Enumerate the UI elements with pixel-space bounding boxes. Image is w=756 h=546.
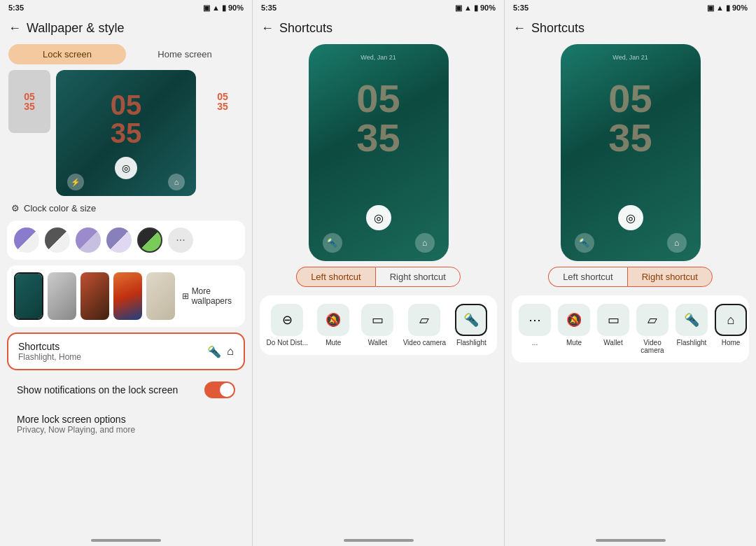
option-flashlight-2[interactable]: 🔦 Flashlight	[452, 304, 490, 346]
option-wallet-2[interactable]: ▭ Wallet	[358, 304, 396, 346]
preview-main-lockscreen: 0535 ◎ ⚡ ⌂	[56, 70, 196, 196]
battery-pct-2: 90%	[480, 4, 496, 12]
phone-left-shortcut-2: 🔦	[323, 233, 342, 253]
battery-icon-3: ▮	[726, 4, 730, 13]
wallpaper-thumb-4[interactable]	[113, 272, 142, 320]
preview-bg: 0535 ◎ ⚡ ⌂	[56, 70, 196, 196]
color-option-2[interactable]	[45, 227, 70, 253]
back-button-2[interactable]: ←	[261, 21, 274, 36]
more-options-title: More lock screen options	[17, 414, 235, 425]
wallpaper-thumb-3[interactable]	[80, 272, 109, 320]
phone-wifi-3: ◎	[618, 205, 643, 230]
more-wallpapers-label: More wallpapers	[192, 286, 238, 306]
notifications-row: Show notifications on the lock screen	[7, 373, 245, 407]
wallpaper-preview-area: 05 35 0535 ◎ ⚡ ⌂ 05 35	[0, 70, 252, 196]
option-do-not-dist[interactable]: ⊖ Do Not Dist...	[267, 304, 308, 346]
tab-right-shortcut-2[interactable]: Right shortcut	[375, 267, 461, 287]
small-clock-right-bot: 35	[217, 102, 228, 111]
header-3: ← Shortcuts	[505, 15, 756, 41]
option-mute-3[interactable]: 🔕 Mute	[555, 304, 593, 354]
tab-home-screen[interactable]: Home screen	[126, 44, 244, 64]
color-palette-row: ···	[7, 220, 245, 260]
notifications-toggle[interactable]	[204, 382, 235, 398]
label-mute-3: Mute	[566, 339, 582, 346]
option-video-camera-3[interactable]: ▱ Video camera	[634, 304, 671, 354]
clock-color-size-row[interactable]: ⚙ Clock color & size	[0, 199, 252, 218]
phone-preview-container-3: Wed, Jan 21 0535 ◎ 🔦 ⌂	[505, 41, 756, 261]
icon-mute-2: 🔕	[317, 304, 349, 336]
more-lock-options-row[interactable]: More lock screen options Privacy, Now Pl…	[7, 407, 245, 442]
bottom-nav-bar-1	[91, 539, 161, 542]
page-title-1: Wallpaper & style	[27, 21, 124, 36]
wifi-icon: ▲	[212, 4, 220, 12]
back-button-1[interactable]: ←	[8, 21, 21, 36]
color-more-button[interactable]: ···	[168, 227, 193, 253]
shortcut-tab-row-2: Left shortcut Right shortcut	[253, 261, 504, 293]
bottom-nav-bar-3	[596, 539, 666, 542]
option-wallet-3[interactable]: ▭ Wallet	[594, 304, 632, 354]
small-clock-top: 05	[24, 92, 35, 102]
label-flashlight-3: Flashlight	[677, 339, 707, 346]
signal-icon-3: ▣	[707, 4, 714, 13]
tab-left-shortcut-2[interactable]: Left shortcut	[296, 267, 375, 287]
status-time-2: 5:35	[261, 4, 276, 12]
wifi-icon-3: ▲	[716, 4, 724, 12]
panel-shortcuts-right: 5:35 ▣ ▲ ▮ 90% ← Shortcuts Wed, Jan 21 0…	[505, 0, 756, 546]
option-flashlight-3[interactable]: 🔦 Flashlight	[673, 304, 710, 354]
icon-video-camera-2: ▱	[408, 304, 440, 336]
phone-left-shortcut-3: 🔦	[575, 233, 594, 253]
wallpaper-thumb-2[interactable]	[48, 272, 76, 320]
more-wallpapers-button[interactable]: ⊞ More wallpapers	[182, 286, 238, 306]
color-option-3[interactable]	[76, 227, 101, 253]
shortcuts-text: Shortcuts Flashlight, Home	[18, 341, 81, 362]
icon-do-not-dist: ⊖	[271, 304, 303, 336]
option-ellipsis-3[interactable]: ⋯ ...	[516, 304, 554, 354]
status-right-2: ▣ ▲ ▮ 90%	[455, 4, 496, 13]
shortcuts-row[interactable]: Shortcuts Flashlight, Home 🔦 ⌂	[7, 332, 245, 370]
icon-flashlight-2: 🔦	[455, 304, 487, 336]
flashlight-icon: 🔦	[207, 345, 221, 358]
icon-mute-3: 🔕	[558, 304, 590, 336]
phone-preview-container-2: Wed, Jan 21 0535 ◎ 🔦 ⌂	[253, 41, 504, 261]
back-button-3[interactable]: ←	[513, 21, 526, 36]
wallpaper-thumb-5[interactable]	[146, 272, 175, 320]
preview-shortcut-right: ⌂	[168, 174, 185, 190]
option-mute-2[interactable]: 🔕 Mute	[314, 304, 352, 346]
wallpaper-thumbnails-row: ⊞ More wallpapers	[7, 265, 245, 327]
color-option-1[interactable]	[14, 227, 39, 253]
color-option-4[interactable]	[106, 227, 132, 253]
icon-flashlight-3: 🔦	[676, 304, 708, 336]
shortcuts-icon-group: 🔦 ⌂	[207, 345, 234, 358]
tab-lock-screen[interactable]: Lock screen	[8, 44, 126, 64]
phone-bg-2: Wed, Jan 21 0535 ◎ 🔦 ⌂	[309, 44, 449, 261]
option-video-camera-2[interactable]: ▱ Video camera	[403, 304, 447, 346]
page-title-2: Shortcuts	[279, 21, 332, 36]
tab-left-shortcut-3[interactable]: Left shortcut	[548, 267, 627, 287]
phone-date-2: Wed, Jan 21	[360, 54, 396, 61]
option-home-3[interactable]: ⌂ Home	[712, 304, 749, 354]
wifi-icon-2: ▲	[464, 4, 472, 12]
icon-ellipsis-3: ⋯	[519, 304, 551, 336]
color-option-5-selected[interactable]	[137, 227, 162, 253]
phone-clock-3: 0535	[561, 79, 701, 158]
shortcuts-subtitle: Flashlight, Home	[18, 352, 81, 362]
label-home-3: Home	[722, 339, 741, 346]
clock-color-size-label: Clock color & size	[24, 203, 96, 214]
battery-icon-2: ▮	[474, 4, 478, 13]
status-bar-3: 5:35 ▣ ▲ ▮ 90%	[505, 0, 756, 15]
header-1: ← Wallpaper & style	[0, 15, 252, 41]
icon-wallet-2: ▭	[361, 304, 393, 336]
icon-video-camera-3: ▱	[636, 304, 668, 336]
preview-wifi-icon: ◎	[115, 157, 137, 179]
label-wallet-2: Wallet	[368, 339, 387, 346]
signal-icon-2: ▣	[455, 4, 462, 13]
small-clock-bot: 35	[24, 102, 35, 111]
lock-home-tabs: Lock screen Home screen	[0, 41, 252, 70]
wallpaper-thumb-1[interactable]	[14, 272, 43, 320]
status-time-1: 5:35	[8, 4, 24, 12]
label-video-camera-2: Video camera	[403, 339, 447, 346]
notifications-label: Show notifications on the lock screen	[17, 384, 178, 396]
phone-preview-2: Wed, Jan 21 0535 ◎ 🔦 ⌂	[309, 44, 449, 261]
panel-shortcuts-left: 5:35 ▣ ▲ ▮ 90% ← Shortcuts Wed, Jan 21 0…	[253, 0, 504, 546]
tab-right-shortcut-3[interactable]: Right shortcut	[627, 267, 713, 287]
